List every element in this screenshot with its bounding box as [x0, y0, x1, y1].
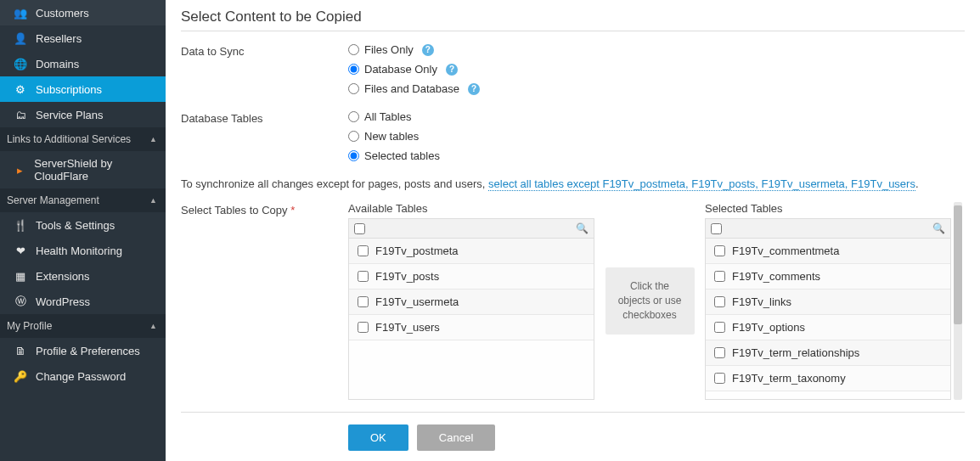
radio-all-tables[interactable] — [348, 111, 359, 122]
search-icon[interactable]: 🔍 — [576, 222, 589, 234]
list-item-label: F19Tv_links — [732, 295, 791, 308]
cloudflare-icon: ▸ — [14, 163, 25, 177]
sidebar-section-server[interactable]: Server Management▲ — [0, 188, 166, 212]
sidebar-item-label: Service Plans — [36, 109, 103, 121]
list-item-checkbox[interactable] — [714, 373, 725, 384]
radio-selected-tables[interactable] — [348, 150, 359, 161]
list-item[interactable]: F19Tv_options — [706, 315, 950, 340]
list-item[interactable]: F19Tv_term_relationships — [706, 340, 950, 366]
list-item-label: F19Tv_term_relationships — [732, 346, 859, 359]
page-title: Select Content to be Copied — [181, 8, 965, 31]
list-item[interactable]: F19Tv_links — [706, 290, 950, 315]
available-tables-title: Available Tables — [348, 202, 594, 215]
select-tables-label: Select Tables to Copy * — [181, 202, 348, 216]
list-item-checkbox[interactable] — [358, 245, 369, 256]
help-icon[interactable]: ? — [446, 64, 458, 76]
sidebar-item-wordpress[interactable]: ⓦWordPress — [0, 289, 166, 314]
help-icon[interactable]: ? — [422, 44, 434, 56]
sidebar-item-profile-preferences[interactable]: 🗎Profile & Preferences — [0, 338, 166, 363]
grid-icon: ▦ — [14, 269, 27, 283]
sidebar-item-change-password[interactable]: 🔑Change Password — [0, 363, 166, 389]
section-label: My Profile — [7, 320, 52, 332]
profile-icon: 🗎 — [14, 344, 27, 357]
sidebar-item-label: ServerShield by CloudFlare — [34, 157, 155, 183]
sidebar-item-resellers[interactable]: 👤Resellers — [0, 25, 166, 51]
db-tables-label: Database Tables — [181, 110, 348, 125]
list-item-label: F19Tv_term_taxonomy — [732, 372, 846, 385]
list-item-checkbox[interactable] — [358, 296, 369, 307]
sidebar-item-label: Change Password — [36, 370, 126, 383]
section-label: Links to Additional Services — [7, 133, 131, 145]
gear-icon: ⚙ — [14, 82, 27, 96]
sidebar-item-label: Health Monitoring — [36, 245, 122, 257]
sidebar-item-servershield[interactable]: ▸ServerShield by CloudFlare — [0, 151, 166, 188]
sidebar-item-label: Tools & Settings — [36, 219, 115, 232]
help-icon[interactable]: ? — [468, 83, 480, 95]
sidebar-item-subscriptions[interactable]: ⚙Subscriptions — [0, 76, 166, 102]
list-item-label: F19Tv_users — [375, 321, 440, 334]
selected-tables-list[interactable]: F19Tv_commentmetaF19Tv_commentsF19Tv_lin… — [705, 239, 951, 400]
sync-note-link[interactable]: select all tables except F19Tv_postmeta,… — [488, 177, 915, 191]
list-item[interactable]: F19Tv_commentmeta — [706, 239, 950, 264]
list-item-checkbox[interactable] — [714, 347, 725, 358]
available-search-input[interactable] — [370, 222, 571, 234]
person-icon: 👤 — [14, 31, 27, 45]
selected-select-all-checkbox[interactable] — [711, 223, 722, 234]
sidebar-item-label: Profile & Preferences — [36, 345, 140, 357]
sidebar: 👥Customers 👤Resellers 🌐Domains ⚙Subscrip… — [0, 0, 166, 461]
sidebar-item-health-monitoring[interactable]: ❤Health Monitoring — [0, 238, 166, 263]
sidebar-item-label: WordPress — [36, 295, 90, 308]
selected-tables-column: Selected Tables 🔍 F19Tv_commentmetaF19Tv… — [705, 202, 951, 400]
cancel-button[interactable]: Cancel — [417, 424, 495, 451]
wordpress-icon: ⓦ — [14, 295, 27, 308]
people-icon: 👥 — [14, 6, 27, 20]
radio-label: Database Only — [364, 63, 437, 76]
list-item-checkbox[interactable] — [358, 322, 369, 333]
selected-search-input[interactable] — [727, 222, 927, 234]
sidebar-item-tools-settings[interactable]: 🍴Tools & Settings — [0, 212, 166, 238]
sidebar-item-label: Extensions — [36, 270, 90, 283]
search-icon[interactable]: 🔍 — [932, 222, 945, 234]
sidebar-item-service-plans[interactable]: 🗂Service Plans — [0, 102, 166, 127]
sidebar-item-label: Subscriptions — [36, 83, 102, 96]
ok-button[interactable]: OK — [348, 424, 408, 451]
list-item-checkbox[interactable] — [714, 296, 725, 307]
list-item[interactable]: F19Tv_comments — [706, 264, 950, 290]
radio-label: Files Only — [364, 43, 414, 56]
section-label: Server Management — [7, 194, 99, 206]
list-item-checkbox[interactable] — [714, 322, 725, 333]
sidebar-item-customers[interactable]: 👥Customers — [0, 0, 166, 25]
radio-label: Selected tables — [364, 149, 440, 162]
available-select-all-checkbox[interactable] — [354, 223, 365, 234]
list-item-checkbox[interactable] — [358, 271, 369, 282]
available-tables-list[interactable]: F19Tv_postmetaF19Tv_postsF19Tv_usermetaF… — [348, 239, 594, 400]
list-item-label: F19Tv_usermeta — [375, 295, 459, 308]
radio-database-only[interactable] — [348, 64, 359, 75]
key-icon: 🔑 — [14, 369, 27, 383]
chevron-up-icon: ▲ — [149, 135, 157, 143]
list-item[interactable]: F19Tv_term_taxonomy — [706, 366, 950, 391]
list-item[interactable]: F19Tv_users — [349, 315, 594, 340]
sidebar-section-links[interactable]: Links to Additional Services▲ — [0, 127, 166, 151]
chevron-up-icon: ▲ — [149, 196, 157, 205]
sidebar-section-profile[interactable]: My Profile▲ — [0, 314, 166, 338]
list-item[interactable]: F19Tv_usermeta — [349, 290, 594, 315]
scrollbar[interactable] — [954, 202, 962, 400]
scrollbar-thumb[interactable] — [954, 205, 962, 324]
sync-note-suffix: . — [915, 177, 919, 190]
list-item-checkbox[interactable] — [714, 271, 725, 282]
list-item-label: F19Tv_options — [732, 321, 805, 334]
transfer-hint: Click the objects or use checkboxes — [594, 202, 705, 400]
radio-new-tables[interactable] — [348, 131, 359, 142]
heart-icon: ❤ — [14, 244, 27, 257]
list-item-label: F19Tv_comments — [732, 270, 820, 283]
select-tables-label-text: Select Tables to Copy — [181, 204, 288, 216]
radio-files-only[interactable] — [348, 44, 359, 55]
sidebar-item-extensions[interactable]: ▦Extensions — [0, 263, 166, 289]
sidebar-item-label: Domains — [36, 58, 79, 70]
list-item[interactable]: F19Tv_posts — [349, 264, 594, 290]
sidebar-item-domains[interactable]: 🌐Domains — [0, 51, 166, 76]
list-item-checkbox[interactable] — [714, 245, 725, 256]
list-item[interactable]: F19Tv_postmeta — [349, 239, 594, 264]
radio-files-and-database[interactable] — [348, 83, 359, 94]
